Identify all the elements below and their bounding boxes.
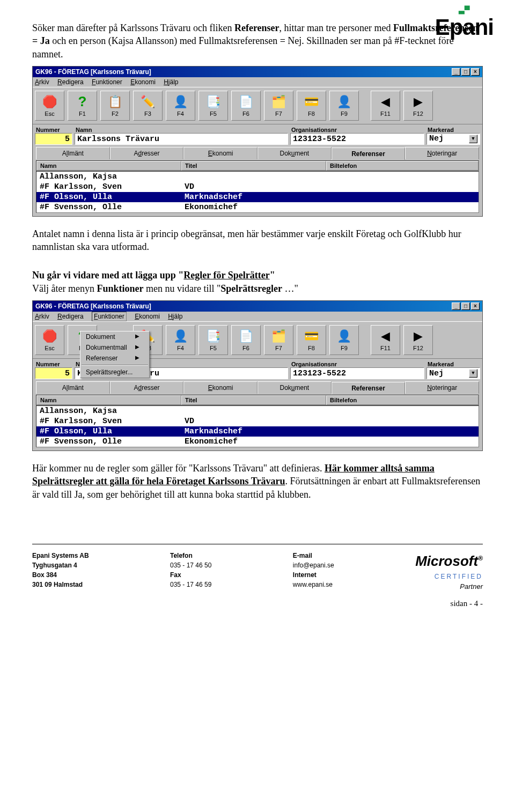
- nummer-input[interactable]: 5: [35, 367, 72, 379]
- tbtn-f3[interactable]: ✏️F3: [133, 91, 163, 121]
- tab-allmant[interactable]: Allmänt: [36, 147, 110, 159]
- menu-ekonomi[interactable]: Ekonomi: [135, 313, 160, 320]
- tbtn-f11[interactable]: ◀F11: [371, 91, 400, 121]
- chevron-down-icon: ▼: [469, 135, 477, 143]
- close-button[interactable]: ×: [471, 302, 480, 310]
- tab-adresser[interactable]: Adresser: [110, 147, 184, 159]
- tbtn-f8[interactable]: 💳F8: [297, 325, 326, 355]
- card-icon: 💳: [304, 329, 319, 344]
- menu-funktioner-open[interactable]: Funktioner: [92, 312, 127, 321]
- tbtn-f11[interactable]: ◀F11: [371, 325, 400, 355]
- table-row-selected[interactable]: #F Olsson, UllaMarknadschef: [36, 192, 479, 202]
- tab-ekonomi[interactable]: Ekonomi: [183, 147, 258, 159]
- menu-hjalp[interactable]: Hjälp: [168, 313, 182, 320]
- footer-phone: Telefon 035 - 17 46 50 Fax 035 - 17 46 5…: [170, 551, 211, 592]
- menu-redigera[interactable]: Redigera: [57, 78, 84, 86]
- menu-funktioner[interactable]: Funktioner: [92, 78, 122, 86]
- minimize-button[interactable]: _: [452, 68, 460, 76]
- end-paragraph: Här kommer nu de regler som gäller för "…: [32, 462, 483, 501]
- tab-noteringar[interactable]: Noteringar: [405, 147, 479, 159]
- page-number: sidan - 4 -: [32, 599, 483, 608]
- tbtn-f5[interactable]: 📑F5: [198, 91, 228, 121]
- col-biltelefon[interactable]: Biltelefon: [326, 161, 479, 171]
- markerad-select[interactable]: Nej▼: [426, 367, 480, 379]
- menu-redigera[interactable]: Redigera: [57, 313, 84, 320]
- blank-icon: 📄: [239, 329, 254, 344]
- tbtn-f4[interactable]: 👤F4: [166, 325, 195, 355]
- menu-ekonomi[interactable]: Ekonomi: [130, 78, 156, 86]
- col-biltelefon[interactable]: Biltelefon: [326, 395, 479, 405]
- tbtn-f9[interactable]: 👤F9: [329, 325, 359, 355]
- table-row[interactable]: Allansson, Kajsa: [36, 172, 479, 182]
- tbtn-f5[interactable]: 📑F5: [198, 325, 228, 355]
- tab-referenser[interactable]: Referenser: [332, 147, 406, 160]
- tbtn-f12[interactable]: ▶F12: [403, 91, 433, 121]
- maximize-button[interactable]: □: [461, 68, 470, 76]
- tbtn-f1[interactable]: ?F1: [68, 91, 97, 121]
- tbtn-f7[interactable]: 🗂️F7: [264, 91, 293, 121]
- tbtn-f2[interactable]: 📋F2: [100, 91, 130, 121]
- menu-arkiv[interactable]: Arkiv: [35, 313, 49, 320]
- intro-paragraph: Söker man därefter på Karlssons Trävaru …: [32, 21, 483, 61]
- dropdown-item-spelrattsregler[interactable]: Spelrättsregler...: [80, 367, 149, 378]
- tbtn-f7[interactable]: 🗂️F7: [264, 325, 293, 355]
- submenu-arrow-icon: ▶: [135, 344, 139, 351]
- table-row[interactable]: #F Karlsson, SvenVD: [36, 416, 479, 426]
- namn-label: Namn: [75, 127, 288, 133]
- menubar[interactable]: Arkiv Redigera Funktioner Ekonomi Hjälp: [33, 312, 482, 321]
- table-row[interactable]: #F Karlsson, SvenVD: [36, 182, 479, 192]
- table-row[interactable]: Allansson, Kajsa: [36, 406, 479, 416]
- submenu-arrow-icon: ▶: [135, 333, 139, 341]
- tbtn-f9[interactable]: 👤F9: [329, 91, 359, 121]
- tab-ekonomi[interactable]: Ekonomi: [183, 381, 258, 394]
- col-namn[interactable]: Namn: [36, 395, 181, 405]
- minimize-button[interactable]: _: [452, 302, 460, 310]
- tbtn-esc[interactable]: 🛑Esc: [35, 325, 64, 355]
- org-input[interactable]: 123123-5522: [290, 367, 424, 379]
- menubar[interactable]: Arkiv Redigera Funktioner Ekonomi Hjälp: [33, 77, 482, 87]
- org-label: Organisationsnr: [290, 361, 424, 367]
- markerad-label: Markerad: [426, 361, 480, 367]
- dropdown-item-referenser[interactable]: Referenser▶: [80, 353, 149, 364]
- nummer-label: Nummer: [35, 127, 72, 133]
- tbtn-f8[interactable]: 💳F8: [297, 91, 326, 121]
- org-input[interactable]: 123123-5522: [290, 133, 424, 145]
- blank-icon: 📄: [239, 94, 254, 109]
- tbtn-f6[interactable]: 📄F6: [231, 91, 261, 121]
- next-icon: ▶: [411, 94, 426, 109]
- tab-referenser[interactable]: Referenser: [332, 382, 406, 394]
- menu-arkiv[interactable]: Arkiv: [35, 78, 49, 86]
- app-window-2: GK96 - FÖRETAG [Karlssons Trävaru] _ □ ×…: [32, 300, 483, 451]
- tab-dokument[interactable]: Dokument: [258, 147, 332, 159]
- maximize-button[interactable]: □: [461, 302, 470, 310]
- list-header: Namn Titel Biltelefon: [36, 160, 479, 171]
- dropdown-item-dokument[interactable]: Dokument▶: [80, 331, 149, 342]
- tab-adresser[interactable]: Adresser: [110, 381, 184, 394]
- window-controls: _ □ ×: [452, 302, 480, 310]
- table-row-selected[interactable]: #F Olsson, UllaMarknadschef: [36, 426, 479, 437]
- table-row[interactable]: #F Svensson, OlleEkonomichef: [36, 437, 479, 447]
- tbtn-f12[interactable]: ▶F12: [403, 325, 433, 355]
- tabs: Allmänt Adresser Ekonomi Dokument Refere…: [33, 381, 482, 394]
- col-titel[interactable]: Titel: [181, 161, 326, 171]
- tbtn-f4[interactable]: 👤F4: [166, 91, 195, 121]
- tab-allmant[interactable]: Allmänt: [36, 381, 110, 394]
- markerad-select[interactable]: Nej▼: [426, 133, 480, 145]
- list-body[interactable]: Allansson, Kajsa #F Karlsson, SvenVD #F …: [36, 171, 479, 213]
- menu-hjalp[interactable]: Hjälp: [164, 78, 178, 86]
- col-namn[interactable]: Namn: [36, 161, 181, 171]
- stop-icon: 🛑: [42, 94, 57, 109]
- nummer-input[interactable]: 5: [35, 133, 72, 145]
- dropdown-item-dokumentmall[interactable]: Dokumentmall▶: [80, 342, 149, 353]
- tab-noteringar[interactable]: Noteringar: [405, 381, 479, 394]
- tab-dokument[interactable]: Dokument: [258, 381, 332, 394]
- namn-input[interactable]: Karlssons Trävaru: [75, 133, 288, 145]
- col-titel[interactable]: Titel: [181, 395, 326, 405]
- list-body[interactable]: Allansson, Kajsa #F Karlsson, SvenVD #F …: [36, 405, 479, 447]
- close-button[interactable]: ×: [471, 68, 480, 76]
- tbtn-f6[interactable]: 📄F6: [231, 325, 261, 355]
- table-row[interactable]: #F Svensson, OlleEkonomichef: [36, 202, 479, 212]
- logo-mark: ▃▀: [435, 5, 494, 14]
- app-window-1: GK96 - FÖRETAG [Karlssons Trävaru] _ □ ×…: [32, 66, 483, 217]
- tbtn-esc[interactable]: 🛑Esc: [35, 91, 64, 121]
